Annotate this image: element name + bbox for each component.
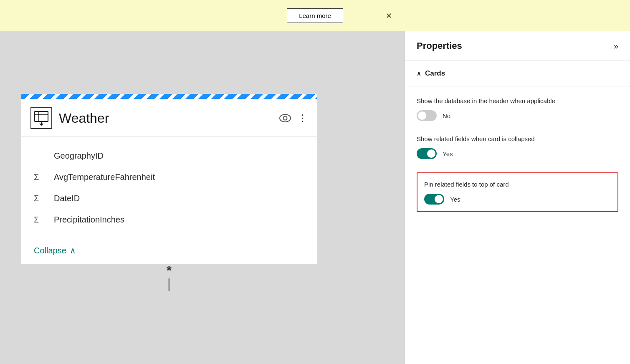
field-name-precip: PrecipitationInches	[54, 215, 124, 225]
svg-point-5	[283, 116, 287, 120]
panel-title: Properties	[417, 40, 462, 51]
more-options-icon[interactable]: ⋮	[298, 113, 308, 124]
pin-related-toggle-label: Yes	[450, 196, 460, 203]
banner-close-button[interactable]: ✕	[386, 11, 392, 20]
asterisk-symbol: *	[167, 263, 172, 278]
show-related-toggle-label: Yes	[443, 150, 453, 157]
card-stripe	[21, 94, 317, 99]
collapse-button[interactable]: Collapse ∧	[21, 239, 317, 264]
asterisk-line	[169, 278, 170, 291]
pin-related-row: Pin related fields to top of card Yes	[417, 172, 618, 212]
sigma-icon-avgtemp: Σ	[34, 172, 48, 182]
field-name-geographyid: GeographyID	[54, 151, 104, 161]
panel-header: Properties »	[405, 31, 630, 61]
field-geographyid: GeographyID	[34, 145, 304, 167]
panel-collapse-button[interactable]: »	[614, 41, 618, 51]
canvas-area: Weather ⋮ GeographyID	[0, 31, 405, 364]
field-dateid: Σ DateID	[34, 188, 304, 209]
show-related-slider	[417, 148, 437, 159]
top-banner: Learn more ✕	[0, 0, 630, 31]
show-database-row: Show the database in the header when app…	[417, 96, 618, 121]
show-database-toggle-label: No	[443, 112, 450, 119]
cards-section-header[interactable]: ∧ Cards	[405, 61, 630, 86]
show-database-label: Show the database in the header when app…	[417, 96, 618, 105]
asterisk-container: *	[167, 263, 172, 291]
card-header: Weather ⋮	[21, 99, 317, 137]
panel-body: Show the database in the header when app…	[405, 86, 630, 222]
collapse-chevron: ∧	[70, 245, 76, 255]
show-related-label: Show related fields when card is collaps…	[417, 134, 618, 143]
cards-chevron: ∧	[417, 70, 421, 77]
show-related-toggle[interactable]	[417, 148, 437, 159]
svg-point-4	[280, 114, 291, 122]
card-title: Weather	[59, 111, 279, 126]
show-database-toggle-row: No	[417, 110, 618, 121]
field-precip: Σ PrecipitationInches	[34, 209, 304, 230]
show-related-toggle-row: Yes	[417, 148, 618, 159]
svg-rect-0	[35, 111, 48, 121]
sigma-icon-precip: Σ	[34, 215, 48, 225]
field-name-dateid: DateID	[54, 194, 80, 203]
pin-related-slider	[424, 194, 444, 205]
field-avgtemp: Σ AvgTemperatureFahrenheit	[34, 167, 304, 188]
sigma-icon-dateid: Σ	[34, 194, 48, 203]
card-header-icons: ⋮	[279, 112, 308, 124]
card-body: GeographyID Σ AvgTemperatureFahrenheit Σ…	[21, 137, 317, 239]
pin-related-label: Pin related fields to top of card	[424, 180, 611, 189]
cards-section-label: Cards	[425, 69, 445, 78]
learn-more-button[interactable]: Learn more	[287, 8, 343, 23]
show-database-slider	[417, 110, 437, 121]
show-related-row: Show related fields when card is collaps…	[417, 134, 618, 159]
card-table-icon	[30, 107, 52, 129]
show-database-toggle[interactable]	[417, 110, 437, 121]
pin-related-toggle[interactable]	[424, 194, 444, 205]
eye-icon[interactable]	[279, 112, 291, 124]
field-name-avgtemp: AvgTemperatureFahrenheit	[54, 172, 155, 182]
weather-card: Weather ⋮ GeographyID	[21, 94, 317, 264]
properties-panel: Properties » ∧ Cards Show the database i…	[405, 31, 630, 364]
pin-related-toggle-row: Yes	[424, 194, 611, 205]
collapse-label: Collapse	[34, 246, 66, 255]
main-area: Weather ⋮ GeographyID	[0, 31, 630, 364]
